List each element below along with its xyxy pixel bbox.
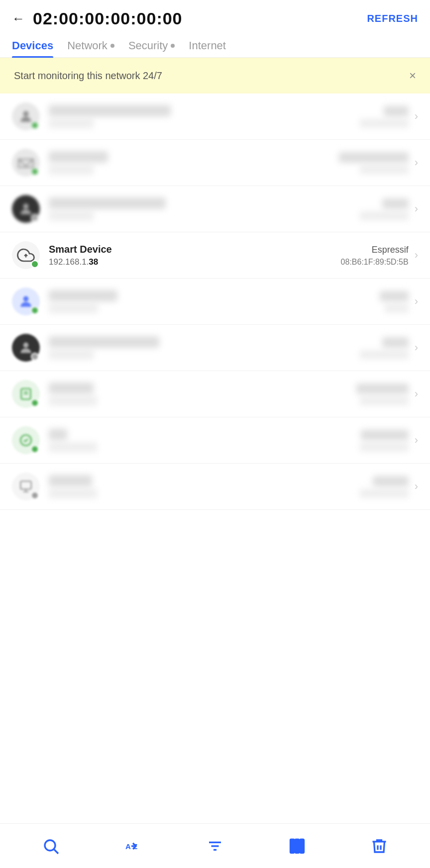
svg-text:A: A <box>125 842 131 851</box>
status-indicator <box>31 214 39 222</box>
svg-rect-20 <box>300 839 304 853</box>
filter-nav-button[interactable] <box>196 832 234 860</box>
device-manufacturer: Espressif <box>372 245 409 255</box>
svg-point-2 <box>23 203 29 209</box>
device-mac: 08:B6:1F:89:5D:5B <box>341 258 409 267</box>
device-info: FRITZ!Station Repeater Brume 192.168.1.5… <box>49 336 409 360</box>
tab-devices[interactable]: Devices <box>12 34 53 57</box>
network-dot <box>110 44 114 48</box>
tab-network[interactable]: Network <box>67 34 114 57</box>
device-info: Samsung Samsung SE 192.168.1.xx xx:xx:xx… <box>49 383 409 406</box>
bottom-navigation: A Z <box>0 823 430 868</box>
avatar <box>12 334 40 362</box>
chevron-right-icon: › <box>415 434 418 447</box>
security-dot <box>171 44 175 48</box>
status-indicator <box>31 168 39 176</box>
monitoring-banner: Start monitoring this network 24/7 × <box>0 58 430 94</box>
device-info: Smart Device Espressif 192.168.1.38 08:B… <box>49 244 409 267</box>
status-indicator <box>31 399 39 407</box>
status-indicator <box>31 353 39 361</box>
filter-icon <box>206 837 224 855</box>
list-item[interactable]: Wi-Fi Device Ubiquiti Networks 192.168.1… <box>0 140 430 186</box>
status-indicator <box>31 121 39 129</box>
tab-security[interactable]: Security <box>128 34 175 57</box>
device-info: Router Device Name Here Maker 192.168.1.… <box>49 105 409 128</box>
tab-bar: Devices Network Security Internet <box>0 34 430 58</box>
device-name: Smart Device <box>49 244 112 255</box>
avatar <box>12 473 40 500</box>
avatar <box>12 149 40 177</box>
device-info: Fire Espressif W 192.168.1.xx xx:xx:xx:x… <box>49 429 409 452</box>
device-info: Nintendo Nintendo 192.168.1.xx xx:xx:xx:… <box>49 475 409 498</box>
header-left: ← 02:00:00:00:00:00 <box>12 9 183 28</box>
chevron-right-icon: › <box>415 480 418 493</box>
status-indicator <box>31 491 39 499</box>
grid-nav-button[interactable] <box>278 832 316 860</box>
chevron-right-icon: › <box>415 202 418 215</box>
svg-point-10 <box>45 840 55 851</box>
status-indicator <box>31 260 39 268</box>
search-icon <box>42 837 60 855</box>
svg-point-0 <box>23 111 29 116</box>
avatar <box>12 241 40 269</box>
status-indicator <box>31 306 39 314</box>
chevron-right-icon: › <box>415 110 418 123</box>
svg-rect-19 <box>295 839 299 853</box>
avatar <box>12 426 40 454</box>
list-item[interactable]: Nintendo Nintendo 192.168.1.xx xx:xx:xx:… <box>0 464 430 510</box>
avatar <box>12 288 40 315</box>
chevron-right-icon: › <box>415 249 418 262</box>
list-item[interactable]: Smart Device Espressif 192.168.1.38 08:B… <box>0 232 430 279</box>
search-nav-button[interactable] <box>32 832 70 860</box>
device-info: Wi-Fi Device Ubiquiti Networks 192.168.1… <box>49 151 409 175</box>
trash-nav-button[interactable] <box>360 832 398 860</box>
tab-internet[interactable]: Internet <box>189 34 226 57</box>
svg-point-3 <box>23 296 29 301</box>
sort-nav-button[interactable]: A Z <box>114 832 152 860</box>
avatar <box>12 102 40 130</box>
svg-rect-9 <box>20 481 31 489</box>
list-item[interactable]: Some Device Name Here Brume 192.168.1.3 … <box>0 186 430 232</box>
list-item[interactable]: Samsung Samsung SE 192.168.1.xx xx:xx:xx… <box>0 371 430 417</box>
device-info: Google Pixel 7 Google 192.168.1.40 Pixel… <box>49 290 409 313</box>
banner-close-button[interactable]: × <box>409 69 416 83</box>
list-item[interactable]: Router Device Name Here Maker 192.168.1.… <box>0 94 430 140</box>
device-info: Some Device Name Here Brume 192.168.1.3 … <box>49 197 409 221</box>
trash-icon <box>370 837 388 855</box>
chevron-right-icon: › <box>415 341 418 354</box>
list-item[interactable]: Google Pixel 7 Google 192.168.1.40 Pixel… <box>0 279 430 325</box>
avatar <box>12 380 40 408</box>
chevron-right-icon: › <box>415 295 418 308</box>
svg-rect-18 <box>290 839 294 853</box>
svg-point-1 <box>20 161 22 163</box>
timer-display: 02:00:00:00:00:00 <box>33 9 183 28</box>
chevron-right-icon: › <box>415 387 418 400</box>
device-list: Router Device Name Here Maker 192.168.1.… <box>0 94 430 510</box>
device-ip: 192.168.1.38 <box>49 257 98 267</box>
banner-text: Start monitoring this network 24/7 <box>14 70 162 82</box>
back-button[interactable]: ← <box>12 11 25 26</box>
list-item[interactable]: FRITZ!Station Repeater Brume 192.168.1.5… <box>0 325 430 371</box>
status-indicator <box>31 445 39 453</box>
svg-point-4 <box>23 342 29 348</box>
chevron-right-icon: › <box>415 156 418 169</box>
svg-line-11 <box>54 849 58 853</box>
list-item[interactable]: Fire Espressif W 192.168.1.xx xx:xx:xx:x… <box>0 417 430 464</box>
header: ← 02:00:00:00:00:00 REFRESH <box>0 0 430 34</box>
sort-az-icon: A Z <box>124 837 142 855</box>
refresh-button[interactable]: REFRESH <box>367 13 418 24</box>
avatar <box>12 195 40 223</box>
grid-icon <box>288 837 306 855</box>
